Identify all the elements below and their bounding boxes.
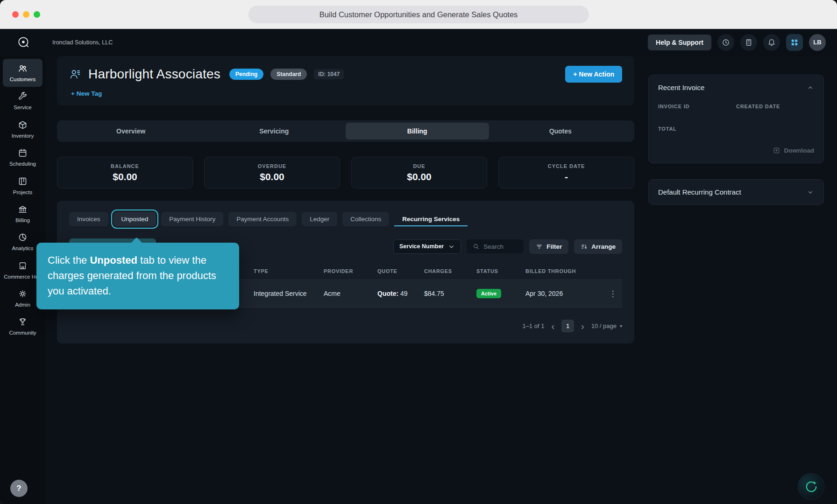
sidebar-item-label: Analytics	[12, 245, 33, 252]
download-label: Download	[784, 147, 815, 154]
sidebar-item-community[interactable]: Community	[3, 312, 43, 340]
main-tabs: Overview Servicing Billing Quotes	[57, 120, 634, 142]
page-number-button[interactable]: 1	[561, 320, 574, 332]
search-box[interactable]	[467, 239, 524, 253]
user-avatar[interactable]: LB	[809, 34, 826, 51]
help-support-button[interactable]: Help & Support	[648, 35, 711, 50]
sidebar-item-projects[interactable]: Projects	[3, 172, 43, 200]
subtab-unposted[interactable]: Unposted	[113, 212, 156, 226]
history-icon	[721, 38, 731, 47]
tab-servicing[interactable]: Servicing	[203, 123, 346, 140]
traffic-lights	[12, 11, 40, 18]
cell-billed-through: Apr 30, 2026	[525, 290, 603, 297]
stat-label: BALANCE	[111, 163, 139, 169]
column-quote: QUOTE	[377, 268, 424, 274]
stat-value: $0.00	[113, 171, 137, 182]
active-status-badge: Active	[476, 289, 501, 298]
new-tag-button[interactable]: + New Tag	[71, 90, 102, 97]
invoice-id-label: INVOICE ID	[658, 104, 736, 109]
arrange-label: Arrange	[591, 243, 616, 250]
customers-icon	[18, 63, 28, 73]
subtab-payment-accounts[interactable]: Payment Accounts	[228, 212, 297, 226]
search-input[interactable]	[483, 243, 518, 250]
cell-charges: $84.75	[424, 290, 476, 297]
stat-label: CYCLE DATE	[548, 163, 585, 169]
sidebar-item-label: Community	[9, 329, 36, 336]
contract-header[interactable]: Default Recurring Contract	[658, 188, 814, 196]
sidebar-item-label: Inventory	[12, 133, 34, 139]
calculator-icon-button[interactable]	[740, 34, 757, 51]
app-header: Ironclad Solutions, LLC Help & Support L…	[0, 29, 837, 56]
close-button[interactable]	[12, 11, 19, 18]
tab-quotes[interactable]: Quotes	[489, 123, 632, 140]
subtab-collections[interactable]: Collections	[342, 212, 389, 226]
column-type: TYPE	[254, 268, 324, 274]
default-recurring-contract-card: Default Recurring Contract	[648, 179, 824, 205]
sidebar-item-label: Projects	[13, 189, 33, 196]
company-name: Ironclad Solutions, LLC	[52, 39, 113, 46]
cell-type: Integrated Service	[254, 290, 324, 297]
sidebar-item-label: Billing	[15, 217, 30, 224]
download-button[interactable]: Download	[658, 147, 814, 154]
filter-button[interactable]: Filter	[529, 239, 568, 254]
stats-row: BALANCE $0.00 OVERDUE $0.00 DUE $0.00 CY…	[57, 157, 634, 189]
chevron-left-icon[interactable]: ‹	[551, 322, 554, 331]
total-label: TOTAL	[658, 126, 814, 132]
recent-invoice-title: Recent Invoice	[658, 84, 704, 91]
stat-label: DUE	[413, 163, 425, 169]
tab-billing[interactable]: Billing	[346, 123, 489, 140]
stat-cycle-date: CYCLE DATE -	[498, 157, 634, 189]
chevron-down-icon	[807, 189, 814, 196]
stat-overdue: OVERDUE $0.00	[204, 157, 340, 189]
subtab-payment-history[interactable]: Payment History	[161, 212, 223, 226]
calculator-icon	[744, 38, 753, 47]
sidebar-item-customers[interactable]: Customers	[3, 59, 43, 87]
apps-grid-icon	[790, 38, 799, 47]
sidebar-item-billing[interactable]: Billing	[3, 200, 43, 228]
per-page-select[interactable]: 10 / page ▾	[591, 322, 622, 329]
notifications-bell-button[interactable]	[763, 34, 780, 51]
chevron-right-icon[interactable]: ›	[581, 322, 584, 331]
filter-label: Filter	[546, 243, 562, 250]
status-badge: Pending	[229, 69, 263, 80]
app-logo-icon[interactable]	[17, 35, 31, 49]
sidebar-item-service[interactable]: Service	[3, 87, 43, 115]
sidebar-item-scheduling[interactable]: Scheduling	[3, 143, 43, 171]
new-action-button[interactable]: + New Action	[565, 66, 622, 83]
subtab-invoices[interactable]: Invoices	[69, 212, 108, 226]
dropdown-label: Service Number	[399, 243, 444, 250]
tab-overview[interactable]: Overview	[59, 123, 203, 140]
arrange-button[interactable]: Arrange	[574, 239, 622, 254]
column-provider: PROVIDER	[324, 268, 377, 274]
recent-invoice-header[interactable]: Recent Invoice	[658, 84, 814, 91]
contract-title: Default Recurring Contract	[658, 188, 741, 196]
ai-sparkle-refresh-icon	[804, 480, 818, 494]
quote-label: Quote:	[377, 290, 398, 297]
customer-profile-icon	[69, 68, 81, 80]
subtab-ledger[interactable]: Ledger	[302, 212, 337, 226]
help-button[interactable]: ?	[10, 480, 28, 497]
tooltip-text: Click the	[48, 254, 90, 266]
sidebar-item-label: Customers	[10, 76, 36, 83]
chevron-down-icon	[448, 243, 455, 250]
sidebar-item-label: Service	[14, 104, 31, 111]
stat-balance: BALANCE $0.00	[57, 157, 193, 189]
stat-value: -	[565, 171, 568, 182]
zoom-button[interactable]	[34, 11, 40, 18]
stat-due: DUE $0.00	[351, 157, 487, 189]
cell-quote: Quote: 49	[377, 290, 424, 297]
sidebar-item-inventory[interactable]: Inventory	[3, 115, 43, 143]
apps-grid-button[interactable]	[786, 34, 803, 51]
minimize-button[interactable]	[23, 11, 29, 18]
row-kebab-menu-icon[interactable]: ⋮	[603, 289, 622, 299]
ai-assistant-button[interactable]	[798, 473, 824, 500]
pagination-range: 1–1 of 1	[522, 322, 544, 329]
caret-down-icon: ▾	[620, 323, 622, 329]
subtab-recurring-services[interactable]: Recurring Services	[394, 212, 468, 226]
bank-icon	[18, 204, 28, 214]
column-status: STATUS	[476, 268, 525, 274]
history-icon-button[interactable]	[717, 34, 734, 51]
coachmark-tooltip: Click the Unposted tab to view the charg…	[36, 243, 239, 309]
service-number-dropdown[interactable]: Service Number	[393, 239, 461, 254]
sort-arrange-icon	[581, 243, 588, 250]
